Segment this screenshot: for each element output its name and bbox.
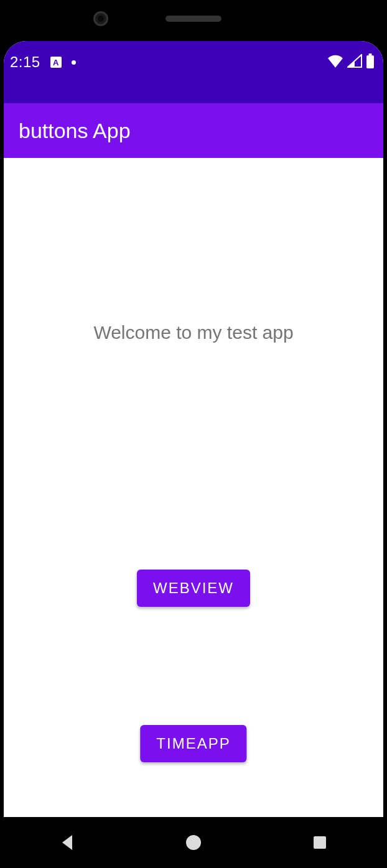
- status-left: 2:15 A: [10, 53, 76, 71]
- timeapp-button[interactable]: TIMEAPP: [140, 725, 246, 762]
- clock-text: 2:15: [10, 53, 40, 71]
- keyboard-icon: A: [50, 57, 62, 68]
- wifi-icon: [327, 54, 343, 68]
- battery-icon: [366, 53, 375, 68]
- notification-dot-icon: [72, 60, 76, 65]
- recent-apps-icon[interactable]: [310, 833, 330, 852]
- status-right: [327, 53, 375, 68]
- cell-signal-icon: [347, 54, 362, 68]
- notch: [0, 6, 387, 31]
- status-bar: 2:15 A: [4, 41, 383, 103]
- navigation-bar: [4, 817, 383, 868]
- camera-lens: [93, 11, 108, 26]
- speaker-grill: [166, 16, 221, 22]
- webview-button[interactable]: WEBVIEW: [137, 570, 250, 607]
- device-frame: 2:15 A buttons App: [0, 0, 387, 868]
- svg-point-2: [186, 835, 201, 850]
- svg-rect-3: [314, 836, 326, 849]
- welcome-text: Welcome to my test app: [4, 322, 383, 343]
- svg-rect-0: [366, 55, 374, 68]
- appbar-title: buttons App: [19, 119, 131, 143]
- home-icon[interactable]: [184, 833, 203, 852]
- svg-rect-1: [369, 53, 372, 55]
- screen: 2:15 A buttons App: [4, 41, 383, 817]
- back-icon[interactable]: [57, 833, 77, 852]
- main-content: Welcome to my test app WEBVIEW TIMEAPP: [4, 158, 383, 817]
- app-bar: buttons App: [4, 103, 383, 158]
